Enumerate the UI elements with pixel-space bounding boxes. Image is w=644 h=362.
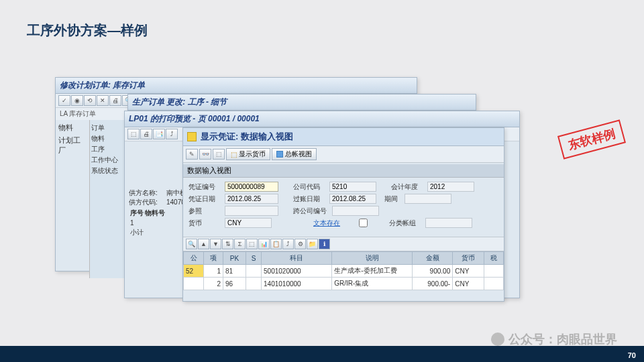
win3-table: 序号物料号 1 小计 bbox=[129, 207, 166, 239]
grid-toolbar: 🔍 ▲ ▼ ⇅ Σ ⬚ 📊 📋 ⤴ ⚙ 📁 ℹ bbox=[183, 237, 504, 251]
col-co[interactable]: 公 bbox=[184, 252, 204, 265]
win3-title: LP01 的打印预览 - 页 00001 / 00001 bbox=[125, 111, 519, 127]
tb-btn[interactable]: ⤴ bbox=[166, 129, 178, 139]
fy-label: 会计年度 bbox=[391, 182, 427, 192]
grp-input[interactable] bbox=[425, 218, 472, 228]
tb-btn[interactable]: 📑 bbox=[153, 129, 165, 139]
date-input[interactable] bbox=[225, 194, 278, 204]
grid-btn[interactable]: 📋 bbox=[270, 239, 282, 249]
sample-stamp: 东软样例 bbox=[557, 119, 626, 160]
grid-btn[interactable]: 📊 bbox=[258, 239, 270, 249]
docno-input[interactable] bbox=[225, 182, 278, 192]
grp-label: 分类帐组 bbox=[389, 219, 425, 228]
tb-btn[interactable]: 👓 bbox=[199, 149, 211, 160]
win1-labels: 物料 计划工厂 bbox=[56, 120, 89, 278]
date-label: 凭证日期 bbox=[189, 194, 225, 204]
grid-row: 2 96 1401010000 GR/IR-集成 900.00- CNY bbox=[184, 278, 504, 290]
toolbar-btn[interactable]: ◉ bbox=[71, 95, 83, 106]
grid-btn[interactable]: ℹ bbox=[319, 239, 330, 249]
vendor-code-lbl: 供方代码: bbox=[129, 198, 166, 207]
toolbar-btn[interactable]: ✕ bbox=[97, 95, 109, 106]
window-display-document: 显示凭证: 数据输入视图 ✎ 👓 ⬚ ⬚显示货币 总帐视图 数据输入视图 凭证编… bbox=[182, 127, 504, 302]
grid-header-row: 公 项 PK S 科目 说明 金额 货币 税 bbox=[184, 252, 504, 265]
col-account[interactable]: 科目 bbox=[262, 252, 332, 265]
wechat-icon bbox=[491, 333, 504, 346]
doc-icon bbox=[187, 132, 197, 141]
grid-btn[interactable]: 📁 bbox=[307, 239, 318, 249]
curr-label: 货币 bbox=[189, 219, 225, 228]
page-number: 70 bbox=[628, 351, 636, 359]
col-pk[interactable]: PK bbox=[223, 252, 246, 265]
watermark: 公众号：肉眼品世界 bbox=[491, 331, 617, 347]
grid-btn[interactable]: ⚙ bbox=[294, 239, 306, 249]
comp-label: 公司代码 bbox=[293, 182, 329, 192]
footer-bar bbox=[0, 346, 644, 362]
win1-title: 修改计划订单: 库存订单 bbox=[56, 78, 417, 94]
win4-form: 凭证编号 公司代码 会计年度 凭证日期 过账日期 期间 参照 跨公司编号 货币 … bbox=[183, 178, 504, 234]
fy-input[interactable] bbox=[427, 182, 474, 192]
period-input[interactable] bbox=[405, 194, 451, 204]
grid-btn[interactable]: ⤴ bbox=[282, 239, 294, 249]
docno-label: 凭证编号 bbox=[189, 182, 225, 192]
col-desc[interactable]: 说明 bbox=[332, 252, 413, 265]
table-row: 1 bbox=[130, 219, 165, 227]
ref-label: 参照 bbox=[189, 206, 225, 216]
grid-btn[interactable]: Σ bbox=[234, 239, 246, 249]
col-item[interactable]: 项 bbox=[204, 252, 223, 265]
col-seq: 序号 bbox=[130, 208, 144, 218]
pdate-input[interactable] bbox=[329, 194, 376, 204]
win2-title: 生产订单 更改: 工序 - 细节 bbox=[128, 95, 476, 111]
tb-btn[interactable]: ⬚ bbox=[127, 129, 140, 139]
toolbar-btn[interactable]: ⟲ bbox=[84, 95, 96, 106]
col-tax[interactable]: 税 bbox=[484, 252, 504, 265]
grid-row: 52 1 81 5001020000 生产成本-委托加工费 900.00 CNY bbox=[184, 265, 504, 278]
col-s[interactable]: S bbox=[246, 252, 262, 265]
slide-title: 工序外协方案—样例 bbox=[27, 21, 148, 40]
vendor-name-lbl: 供方名称: bbox=[129, 188, 166, 198]
pdate-label: 过账日期 bbox=[293, 194, 329, 204]
comp-input[interactable] bbox=[329, 182, 376, 192]
section-header: 数据输入视图 bbox=[183, 164, 504, 178]
text-exists-checkbox[interactable] bbox=[359, 219, 368, 227]
toolbar-btn[interactable]: 🖨 bbox=[109, 95, 121, 106]
period-label: 期间 bbox=[384, 194, 405, 204]
toolbar-btn[interactable]: ✓ bbox=[58, 95, 70, 106]
gl-icon bbox=[276, 151, 283, 158]
xcomp-input[interactable] bbox=[332, 206, 379, 216]
tb-btn[interactable]: 🖨 bbox=[140, 129, 152, 139]
display-currency-btn[interactable]: ⬚显示货币 bbox=[226, 148, 270, 160]
grid-btn[interactable]: ⬚ bbox=[246, 239, 258, 249]
grid-btn[interactable]: 🔍 bbox=[186, 239, 197, 249]
line-items-grid: 公 项 PK S 科目 说明 金额 货币 税 52 1 81 500102000… bbox=[183, 251, 504, 290]
win4-toolbar: ✎ 👓 ⬚ ⬚显示货币 总帐视图 bbox=[183, 146, 504, 163]
text-exists-link[interactable]: 文本存在 bbox=[313, 219, 350, 228]
grid-btn[interactable]: ⇅ bbox=[222, 239, 233, 249]
win4-title: 显示凭证: 数据输入视图 bbox=[183, 128, 504, 146]
col-curr[interactable]: 货币 bbox=[453, 252, 484, 265]
curr-input[interactable] bbox=[225, 218, 272, 228]
ref-input[interactable] bbox=[225, 206, 278, 216]
col-amount[interactable]: 金额 bbox=[413, 252, 453, 265]
col-mat: 物料号 bbox=[145, 208, 165, 218]
table-row: 小计 bbox=[130, 228, 165, 237]
grid-btn[interactable]: ▼ bbox=[210, 239, 221, 249]
tb-btn[interactable]: ⬚ bbox=[213, 149, 225, 160]
grid-btn[interactable]: ▲ bbox=[198, 239, 209, 249]
tb-btn[interactable]: ✎ bbox=[186, 149, 198, 160]
gl-view-btn[interactable]: 总帐视图 bbox=[272, 148, 317, 160]
xcomp-label: 跨公司编号 bbox=[293, 206, 332, 216]
